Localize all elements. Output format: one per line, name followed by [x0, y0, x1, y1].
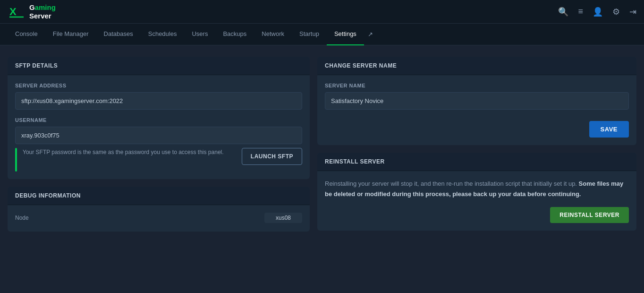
tab-databases[interactable]: Databases [96, 24, 141, 45]
sftp-details-card: SFTP DETAILS SERVER ADDRESS USERNAME You… [8, 57, 310, 179]
debug-info-card: DEBUG INFORMATION Node xus08 [8, 187, 310, 232]
debug-node-row: Node xus08 [15, 213, 302, 223]
launch-sftp-button[interactable]: LAUNCH SFTP [242, 148, 302, 165]
reinstall-server-button[interactable]: REINSTALL SERVER [550, 207, 629, 223]
server-name-input[interactable] [325, 92, 629, 110]
right-column: CHANGE SERVER NAME SERVER NAME SAVE REIN… [317, 57, 636, 282]
tab-startup[interactable]: Startup [292, 24, 327, 45]
reinstall-server-card: REINSTALL SERVER Reinstalling your serve… [317, 153, 636, 231]
tab-users[interactable]: Users [184, 24, 215, 45]
tab-file-manager[interactable]: File Manager [45, 24, 96, 45]
tab-schedules[interactable]: Schedules [141, 24, 185, 45]
main-content: SFTP DETAILS SERVER ADDRESS USERNAME You… [0, 45, 644, 293]
reinstall-server-body: Reinstalling your server will stop it, a… [317, 171, 636, 231]
sftp-info-text: Your SFTP password is the same as the pa… [23, 148, 236, 156]
topnav-icons: 🔍 ≡ 👤 ⚙ ⇥ [558, 7, 636, 17]
svg-text:X: X [9, 6, 17, 17]
tab-settings[interactable]: Settings [327, 24, 364, 45]
logo: X Gaming Server [8, 3, 56, 21]
debug-node-key: Node [15, 215, 264, 221]
sftp-info-accent-bar [15, 148, 17, 172]
server-address-input[interactable] [15, 92, 302, 110]
debug-card-body: Node xus08 [8, 205, 310, 232]
reinstall-server-title: REINSTALL SERVER [317, 153, 636, 171]
sftp-card-body: SERVER ADDRESS USERNAME Your SFTP passwo… [8, 75, 310, 179]
reinstall-description: Reinstalling your server will stop it, a… [325, 179, 629, 199]
change-server-name-title: CHANGE SERVER NAME [317, 57, 636, 75]
tab-console[interactable]: Console [8, 24, 45, 45]
sftp-info-row: Your SFTP password is the same as the pa… [15, 148, 302, 172]
save-button[interactable]: SAVE [589, 121, 629, 138]
server-address-label: SERVER ADDRESS [15, 83, 302, 88]
search-icon[interactable]: 🔍 [558, 7, 568, 17]
tab-backups[interactable]: Backups [215, 24, 254, 45]
logout-icon[interactable]: ⇥ [629, 7, 636, 17]
tab-bar: Console File Manager Databases Schedules… [0, 24, 644, 45]
username-input[interactable] [15, 127, 302, 144]
settings-icon[interactable]: ⚙ [612, 7, 620, 17]
top-navbar: X Gaming Server 🔍 ≡ 👤 ⚙ ⇥ [0, 0, 644, 24]
left-column: SFTP DETAILS SERVER ADDRESS USERNAME You… [8, 57, 310, 282]
debug-card-title: DEBUG INFORMATION [8, 187, 310, 205]
tab-network[interactable]: Network [254, 24, 292, 45]
change-server-name-body: SERVER NAME SAVE [317, 75, 636, 145]
layers-icon[interactable]: ≡ [578, 7, 583, 17]
server-name-label: SERVER NAME [325, 83, 629, 88]
change-server-name-card: CHANGE SERVER NAME SERVER NAME SAVE [317, 57, 636, 145]
username-label: USERNAME [15, 117, 302, 123]
account-icon[interactable]: 👤 [593, 7, 603, 17]
sftp-card-title: SFTP DETAILS [8, 57, 310, 75]
reinstall-description-normal: Reinstalling your server will stop it, a… [325, 180, 579, 187]
external-link-icon[interactable]: ↗ [368, 31, 373, 38]
debug-node-value: xus08 [264, 213, 302, 223]
